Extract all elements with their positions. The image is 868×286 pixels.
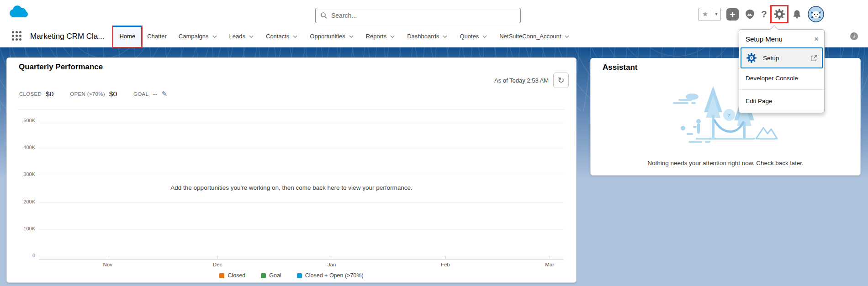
tab-home[interactable]: Home [113,26,141,47]
tab-leads[interactable]: Leads [223,26,260,47]
app-name: Marketing CRM Cla... [30,32,104,41]
tab-opportunities[interactable]: Opportunities [304,26,360,47]
refresh-button[interactable]: ↻ [553,73,569,88]
gridline [39,256,563,256]
favorites-star-icon[interactable]: ★ [698,8,712,21]
y-axis-label: 0 [18,253,35,258]
performance-stats: CLOSED$0OPEN (>70%)$0GOAL--✎ [19,90,167,98]
y-axis-label: 300K [18,172,35,177]
legend-label: Closed [228,272,245,279]
external-link-icon [810,55,817,62]
y-axis-label: 100K [18,226,35,231]
performance-chart: 500K400K300K200K100K0NovDecJanFebMar [18,117,564,272]
tab-reports[interactable]: Reports [360,26,402,47]
menu-item-label: Developer Console [746,75,798,82]
tab-label: NetSuiteConn_Account [499,33,561,40]
salesforce-home-screen: ★ ▼ + ? [0,0,868,286]
tab-dashboards[interactable]: Dashboards [401,26,454,47]
legend-label: Goal [269,272,281,279]
tab-label: Reports [366,33,387,40]
stat-closed: CLOSED$0 [19,90,53,98]
x-axis-label: Dec [213,262,222,267]
gridline [39,175,563,175]
y-axis-label: 500K [18,118,35,123]
menu-item-setup[interactable]: Setup [741,47,823,68]
quarterly-performance-card: Quarterly Performance As of Today 2:53 A… [6,57,577,283]
tab-label: Dashboards [407,33,439,40]
tab-campaigns[interactable]: Campaigns [173,26,223,47]
tab-chatter[interactable]: Chatter [141,26,173,47]
tab-netsuiteconn-account[interactable]: NetSuiteConn_Account [493,26,576,47]
close-icon[interactable]: × [814,36,819,42]
chevron-down-icon [564,34,570,39]
info-icon[interactable]: i [850,32,858,40]
home-content: Quarterly Performance As of Today 2:53 A… [0,47,868,286]
tab-label: Quotes [460,33,479,40]
chevron-down-icon [349,34,354,39]
search-input[interactable] [331,12,516,19]
gridline [39,121,563,121]
global-actions-add-icon[interactable]: + [726,8,739,21]
gridline [39,148,563,148]
menu-item-label: Edit Page [746,98,773,104]
legend-swatch [261,273,266,278]
x-axis-line [39,259,563,260]
setup-menu-header: Setup Menu × [739,30,824,47]
menu-divider [739,89,824,90]
chart-legend: ClosedGoalClosed + Open (>70%) [7,272,576,279]
assistant-empty-message: Nothing needs your attention right now. … [591,160,860,166]
app-launcher-icon[interactable] [12,31,23,42]
stat-label: OPEN (>70%) [70,91,105,97]
notifications-bell-icon[interactable] [792,9,802,20]
tab-label: Chatter [147,33,167,40]
tab-label: Campaigns [179,33,209,40]
legend-item-closed: Closed [219,272,245,279]
legend-swatch [297,273,302,278]
favorites-caret-icon[interactable]: ▼ [712,8,721,21]
stat-value: $0 [46,90,53,98]
legend-item-closed-open-70: Closed + Open (>70%) [297,272,364,279]
tab-contacts[interactable]: Contacts [260,26,304,47]
x-axis-label: Mar [545,262,554,267]
trailhead-icon[interactable] [744,9,756,20]
setup-menu-popover: Setup Menu × SetupDeveloper ConsoleEdit … [739,29,825,113]
y-axis-label: 400K [18,145,35,151]
menu-item-label: Setup [763,55,779,62]
stat-label: GOAL [133,91,148,97]
setup-gear-icon [773,8,785,20]
user-avatar[interactable] [808,6,824,22]
tab-label: Leads [229,33,245,40]
x-axis-tick [217,256,218,260]
x-axis-label: Jan [328,262,336,267]
legend-label: Closed + Open (>70%) [305,272,364,279]
performance-title: Quarterly Performance [19,62,103,72]
tab-label: Opportunities [310,33,345,40]
chevron-down-icon [442,34,448,39]
stat-value: -- [153,90,157,98]
search-icon [320,12,328,19]
salesforce-logo-icon [7,4,28,21]
stats-divider [18,109,565,109]
gridline [39,202,563,203]
tab-quotes[interactable]: Quotes [454,26,493,47]
svg-text:z: z [728,112,730,119]
menu-item-edit-page[interactable]: Edit Page [739,91,824,111]
x-axis-tick [550,256,550,260]
stat-label: CLOSED [19,91,42,97]
header-action-icons: ★ ▼ + ? [698,6,824,22]
legend-item-goal: Goal [261,272,281,279]
x-axis-label: Nov [103,262,112,267]
tab-label: Home [119,33,135,40]
chevron-down-icon [390,34,395,39]
stat-value: $0 [109,90,117,98]
legend-swatch [219,273,224,278]
menu-item-developer-console[interactable]: Developer Console [739,68,824,88]
y-axis-label: 200K [18,199,35,204]
x-axis-tick [108,256,108,260]
stat-open-70: OPEN (>70%)$0 [70,90,117,98]
gridline [39,229,563,229]
help-icon[interactable]: ? [761,9,767,20]
edit-goal-pencil-icon[interactable]: ✎ [162,90,168,98]
refresh-icon: ↻ [557,75,564,85]
setup-gear-button[interactable] [773,7,786,21]
